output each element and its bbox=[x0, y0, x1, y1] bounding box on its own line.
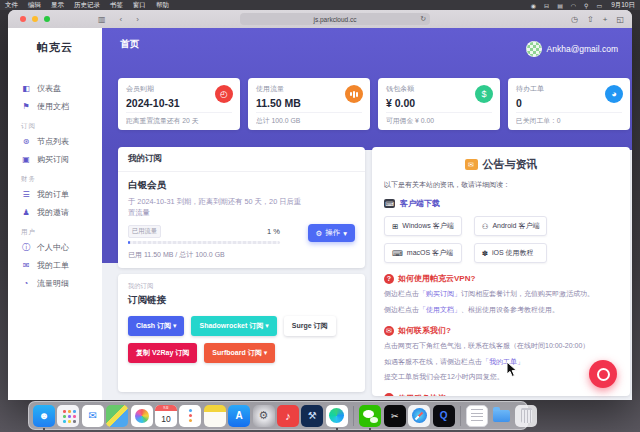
close-window-button[interactable] bbox=[20, 16, 26, 22]
menu-item-显示[interactable]: 显示 bbox=[51, 1, 64, 8]
sidebar-item-gauge[interactable]: ◧仪表盘 bbox=[8, 79, 102, 97]
control-center-icon[interactable]: ▭ bbox=[596, 3, 602, 9]
menu-item-书签[interactable]: 书签 bbox=[110, 1, 123, 8]
pie-icon: ◕ bbox=[605, 85, 623, 103]
sidebar-item-profile[interactable]: ⓘ个人中心 bbox=[8, 238, 102, 256]
menu-clock[interactable]: 9月10日 bbox=[611, 1, 635, 10]
compass-needle bbox=[415, 411, 423, 419]
announcement-section-title: ✉如何联系我们? bbox=[384, 325, 618, 336]
wifi-icon[interactable]: ◠ bbox=[571, 3, 576, 9]
usage-progress-bar bbox=[128, 241, 280, 244]
address-bar[interactable]: js.parkcloud.cc ↻ bbox=[240, 13, 430, 25]
dock-item-edge[interactable] bbox=[326, 405, 348, 427]
client-button-windows[interactable]: ⊞Windows 客户端 bbox=[384, 216, 462, 236]
dock-item-finder[interactable]: ☻ bbox=[33, 405, 55, 427]
reload-icon[interactable]: ↻ bbox=[420, 15, 426, 23]
menu-item-历史记录[interactable]: 历史记录 bbox=[74, 1, 100, 8]
dock-item-document[interactable] bbox=[466, 405, 488, 427]
sub-link-button-Surge-订阅[interactable]: Surge 订阅 bbox=[284, 316, 336, 336]
dock-item-xcode[interactable]: ⚒ bbox=[301, 405, 323, 427]
sidebar-toggle-icon[interactable]: ▥ bbox=[98, 15, 106, 24]
menu-item-帮助[interactable]: 帮助 bbox=[156, 1, 169, 8]
trash-bin bbox=[521, 408, 532, 423]
dock-item-maps[interactable] bbox=[106, 405, 128, 427]
dock-item-photos[interactable] bbox=[131, 405, 153, 427]
user-menu[interactable]: Ankha@gmail.com bbox=[526, 41, 618, 57]
dock-item-wechat[interactable] bbox=[359, 405, 381, 427]
stat-card: 使用流量11.50 MB总计 100.0 GB bbox=[248, 78, 370, 130]
sidebar-item-ticket[interactable]: ✉我的工单 bbox=[8, 256, 102, 274]
dock-item-trash[interactable] bbox=[515, 405, 537, 427]
dock-item-downloads[interactable] bbox=[491, 405, 513, 427]
header-banner-edge bbox=[102, 150, 119, 263]
minimize-window-button[interactable] bbox=[32, 16, 38, 22]
sidebar-section-label: 财务 bbox=[21, 175, 102, 184]
reminders-icon bbox=[179, 405, 201, 427]
client-button-android[interactable]: ⚇Android 客户端 bbox=[474, 216, 548, 236]
finder-icon: ☻ bbox=[33, 405, 55, 427]
browser-window: ▥‹› js.parkcloud.cc ↻ ◷⇧+◱ 帕克云 ◧仪表盘⚑使用文档… bbox=[8, 10, 632, 400]
history-icon[interactable]: ◷ bbox=[571, 15, 578, 24]
plan-description: 于 2024-10-31 到期，距离到期还有 50 天，20 日后重置流量 bbox=[128, 196, 303, 218]
menu-item-文件[interactable]: 文件 bbox=[5, 1, 18, 8]
stat-subtext: 总计 100.0 GB bbox=[256, 112, 362, 126]
menu-item-窗口[interactable]: 窗口 bbox=[133, 1, 146, 8]
new-tab-icon[interactable]: + bbox=[603, 15, 608, 24]
back-icon[interactable]: ‹ bbox=[120, 15, 123, 24]
blue-swirl bbox=[329, 408, 344, 423]
wechat-icon bbox=[359, 405, 381, 427]
sidebar-item-traffic[interactable]: ◔流量明细 bbox=[8, 274, 102, 292]
sidebar-item-orders[interactable]: ☰我的订单 bbox=[8, 185, 102, 203]
mailbox-icon: ✉ bbox=[384, 326, 394, 336]
menu-item-编辑[interactable]: 编辑 bbox=[28, 1, 41, 8]
announcement-line: 点击网页右下角红色气泡，联系在线客服（在线时间10:00-20:00） bbox=[384, 340, 618, 352]
sub-link-button-Surfboard-订阅[interactable]: Surfboard 订阅 ▾ bbox=[204, 343, 275, 363]
dock-item-calendar[interactable]: 9月10 bbox=[155, 405, 177, 427]
inline-link[interactable]: 「购买订阅」 bbox=[419, 290, 461, 297]
forward-icon[interactable]: › bbox=[136, 15, 139, 24]
subscription-action-button[interactable]: ⚙ 操作 ▾ bbox=[308, 224, 356, 242]
client-button-ios[interactable]: ✽iOS 使用教程 bbox=[474, 243, 548, 263]
sidebar-item-label: 购买订阅 bbox=[37, 154, 69, 165]
dock-item-safari[interactable] bbox=[408, 405, 430, 427]
record-icon[interactable]: ◉ bbox=[531, 3, 536, 9]
sidebar-item-nodes[interactable]: ⊛节点列表 bbox=[8, 132, 102, 150]
keyboard-icon[interactable]: ▤ bbox=[557, 3, 563, 9]
traffic-icon: ◔ bbox=[21, 279, 31, 288]
dock-item-quark[interactable]: Q bbox=[433, 405, 455, 427]
sub-link-button-复制-V2Ray-订阅[interactable]: 复制 V2Ray 订阅 bbox=[128, 343, 197, 363]
display-icon[interactable]: ⊟ bbox=[544, 3, 549, 9]
inline-link[interactable]: 「使用文档」 bbox=[419, 306, 461, 313]
plan-name: 白银会员 bbox=[128, 179, 355, 192]
stat-card: 钱包余额¥ 0.00$可用佣金 ¥ 0.00 bbox=[378, 78, 500, 130]
usage-progress-fill bbox=[128, 241, 130, 244]
dock-item-app-store[interactable]: A bbox=[228, 405, 250, 427]
search-icon[interactable]: ⚲ bbox=[584, 3, 588, 9]
folder-shape bbox=[493, 410, 510, 422]
dock-item-reminders[interactable] bbox=[179, 405, 201, 427]
sidebar-item-doc[interactable]: ⚑使用文档 bbox=[8, 97, 102, 115]
sidebar-item-buy[interactable]: ▣购买订阅 bbox=[8, 150, 102, 168]
live-chat-button[interactable] bbox=[589, 360, 617, 388]
client-button-label: Android 客户端 bbox=[492, 221, 539, 231]
sidebar-item-invite[interactable]: ♟我的邀请 bbox=[8, 203, 102, 221]
sidebar-section-label: 用户 bbox=[21, 228, 102, 237]
sub-link-button-Clash-订阅[interactable]: Clash 订阅 ▾ bbox=[128, 316, 184, 336]
inline-link[interactable]: 「我的工单」 bbox=[482, 358, 524, 365]
color-pinwheel bbox=[135, 409, 149, 423]
dock-item-notes[interactable] bbox=[204, 405, 226, 427]
zoom-window-button[interactable] bbox=[44, 16, 50, 22]
dock-item-music[interactable]: ♪ bbox=[277, 405, 299, 427]
dock-item-settings[interactable]: ⚙ bbox=[253, 405, 275, 427]
dock-item-launchpad[interactable] bbox=[57, 405, 79, 427]
dollar-icon: $ bbox=[475, 85, 493, 103]
dock-item-mail[interactable]: ✉ bbox=[82, 405, 104, 427]
sub-link-button-Shadowrocket-订阅[interactable]: Shadowrocket 订阅 ▾ bbox=[191, 316, 276, 336]
sidebar-item-label: 使用文档 bbox=[37, 101, 69, 112]
safari-icon bbox=[408, 405, 430, 427]
dock-item-capcut[interactable]: ✂ bbox=[384, 405, 406, 427]
stat-card: 会员到期2024-10-31◴距离重置流量还有 20 天 bbox=[118, 78, 240, 130]
share-icon[interactable]: ⇧ bbox=[587, 15, 594, 24]
tabs-overview-icon[interactable]: ◱ bbox=[616, 15, 624, 24]
client-button-macos[interactable]: ⌨macOS 客户端 bbox=[384, 243, 462, 263]
